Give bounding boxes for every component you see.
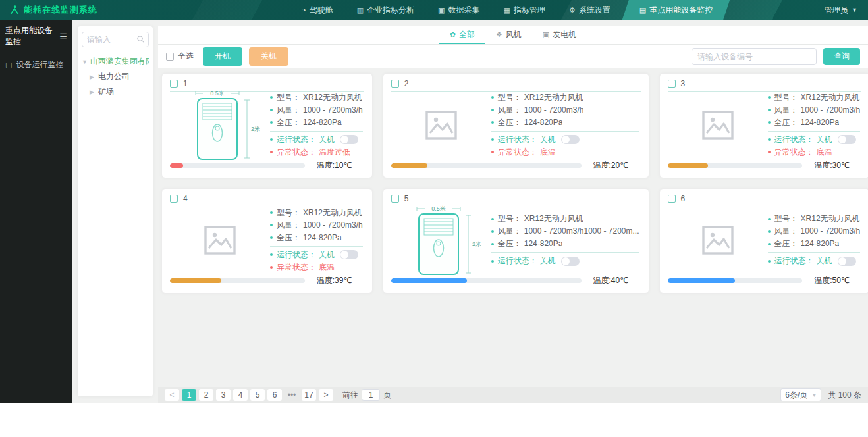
bullet-icon	[768, 230, 771, 233]
nav-item-label: 系统设置	[579, 5, 610, 16]
select-all-checkbox[interactable]	[166, 53, 174, 61]
device-run-status-row: 运行状态：关机	[491, 134, 639, 146]
detail-value: 124-820Pa	[801, 238, 840, 250]
tab-generator[interactable]: ▣发电机	[532, 26, 587, 44]
detail-value: XR12无动力风机	[303, 207, 362, 219]
device-model-row: 型号：XR12无动力风机	[491, 91, 639, 104]
pager-page-button[interactable]: 3	[216, 389, 231, 401]
device-model-row: 型号：XR12无动力风机	[270, 91, 363, 104]
device-card-header: 2	[391, 79, 641, 92]
device-run-status-row: 运行状态：关机	[768, 134, 861, 146]
detail-label: 型号：	[774, 213, 798, 225]
power-toggle[interactable]	[838, 257, 856, 266]
nav-item-data-collection[interactable]: ▣数据采集	[426, 0, 491, 20]
tree-node-company[interactable]: ▼山西潞安集团有限公司	[82, 54, 149, 69]
device-checkbox[interactable]	[668, 195, 676, 203]
device-toolbar: 全选 开机 关机 查询	[158, 45, 868, 68]
pager-page-button[interactable]: 2	[199, 389, 213, 401]
chevron-down-icon: ▼	[811, 392, 817, 398]
bullet-icon	[270, 138, 273, 141]
bullet-icon	[491, 138, 494, 141]
bullet-icon	[270, 96, 273, 99]
nav-item-dashboard[interactable]: ◔驾驶舱	[290, 0, 345, 20]
detail-label: 全压：	[277, 116, 300, 129]
pager-next-button[interactable]: >	[319, 389, 333, 401]
detail-label: 全压：	[774, 116, 798, 129]
nav-item-system-settings[interactable]: ⚙系统设置	[557, 0, 622, 20]
nav-item-key-energy-monitoring[interactable]: ▤重点用能设备监控	[622, 0, 730, 20]
detail-label: 运行状态：	[774, 255, 814, 267]
detail-value: 1000 - 7200m3/h	[524, 104, 584, 116]
device-card-footer: 温度:50℃	[668, 275, 862, 286]
temperature-progress-track	[170, 278, 305, 283]
temperature-progress-fill	[668, 163, 708, 168]
power-toggle[interactable]	[838, 135, 856, 144]
pager-page-button[interactable]: 17	[302, 389, 316, 401]
goto-page-input[interactable]	[362, 389, 380, 401]
org-tree-panel: ▼山西潞安集团有限公司▶电力公司▶矿场	[78, 26, 153, 396]
temperature-value: 温度:10℃	[317, 160, 364, 171]
detail-value: 底温	[540, 146, 556, 159]
power-on-button[interactable]: 开机	[203, 47, 242, 66]
power-toggle[interactable]	[561, 135, 580, 144]
device-card-body: 0.5米2米型号：XR12无动力风机风量：1000 - 7200m3/h全压：1…	[170, 92, 364, 157]
pager-ellipsis[interactable]: •••	[285, 389, 299, 401]
bullet-icon	[768, 151, 771, 153]
hamburger-icon[interactable]: ☰	[59, 32, 67, 41]
detail-value: 1000 - 7200m3/h	[801, 225, 861, 238]
device-checkbox[interactable]	[170, 80, 178, 88]
bullet-icon	[270, 109, 273, 111]
device-checkbox[interactable]	[391, 195, 399, 203]
device-details: 型号：XR12无动力风机风量：1000 - 7200m3/h全压：124-820…	[768, 91, 862, 159]
pager-page-button[interactable]: 5	[250, 389, 265, 401]
detail-label: 风量：	[277, 104, 300, 116]
page-size-select[interactable]: 6条/页 ▼	[780, 388, 821, 401]
device-run-status-row: 运行状态：关机	[270, 249, 363, 261]
device-card-footer: 温度:39℃	[170, 275, 364, 286]
device-card-footer: 温度:10℃	[170, 160, 364, 171]
select-all-label: 全选	[178, 51, 194, 62]
power-toggle[interactable]	[561, 257, 580, 266]
gear-icon: ⚙	[569, 6, 576, 14]
power-toggle[interactable]	[340, 135, 358, 144]
device-checkbox[interactable]	[668, 80, 676, 88]
power-toggle[interactable]	[340, 250, 358, 259]
tab-fan[interactable]: ❖风机	[485, 26, 532, 44]
nav-item-indicator-management[interactable]: ▦指标管理	[491, 0, 556, 20]
app-title: 能耗在线监测系统	[24, 4, 97, 16]
detail-label: 全压：	[498, 238, 522, 250]
device-card-body: 型号：XR12无动力风机风量：1000 - 7200m3/h全压：124-820…	[668, 207, 862, 272]
pager-page-button[interactable]: 1	[182, 389, 196, 401]
tree-node-child-0[interactable]: ▶电力公司	[82, 69, 149, 84]
device-checkbox[interactable]	[391, 80, 399, 88]
detail-label: 风量：	[277, 219, 300, 232]
detail-label: 全压：	[277, 232, 300, 244]
detail-value: 124-820Pa	[303, 232, 342, 244]
device-model-row: 型号：XR12无动力风机	[270, 207, 363, 219]
device-details: 型号：XR12无动力风机风量：1000 - 7200m3/h1000 - 720…	[491, 213, 641, 267]
nav-item-enterprise-analysis[interactable]: ▥企业指标分析	[345, 0, 426, 20]
power-off-button[interactable]: 关机	[249, 47, 288, 66]
detail-label: 风量：	[498, 225, 522, 238]
sidebar-item-device-monitoring[interactable]: ▢ 设备运行监控	[0, 54, 72, 76]
device-monitor-icon: ▢	[5, 61, 12, 69]
query-button[interactable]: 查询	[823, 48, 860, 65]
user-menu[interactable]: 管理员 ▼	[825, 5, 868, 16]
device-airflow-row: 风量：1000 - 7200m3/h	[270, 104, 363, 116]
pager-page-button[interactable]: 6	[267, 389, 282, 401]
tree-node-label: 山西潞安集团有限公司	[90, 56, 149, 67]
detail-value: XR12无动力风机	[524, 91, 583, 104]
device-number-input[interactable]	[692, 48, 817, 65]
bar-chart-icon: ▥	[357, 6, 364, 14]
detail-label: 异常状态：	[277, 261, 316, 274]
pager-prev-button[interactable]: <	[165, 389, 179, 401]
sidebar-item-label: 设备运行监控	[16, 59, 63, 70]
tree-node-child-1[interactable]: ▶矿场	[82, 84, 149, 99]
detail-value: 底温	[319, 261, 335, 274]
tab-all[interactable]: ✿全部	[439, 26, 485, 44]
bullet-icon	[491, 243, 494, 245]
bullet-icon	[491, 121, 494, 124]
details-divider	[491, 131, 639, 132]
device-checkbox[interactable]	[170, 195, 178, 203]
pager-page-button[interactable]: 4	[233, 389, 248, 401]
